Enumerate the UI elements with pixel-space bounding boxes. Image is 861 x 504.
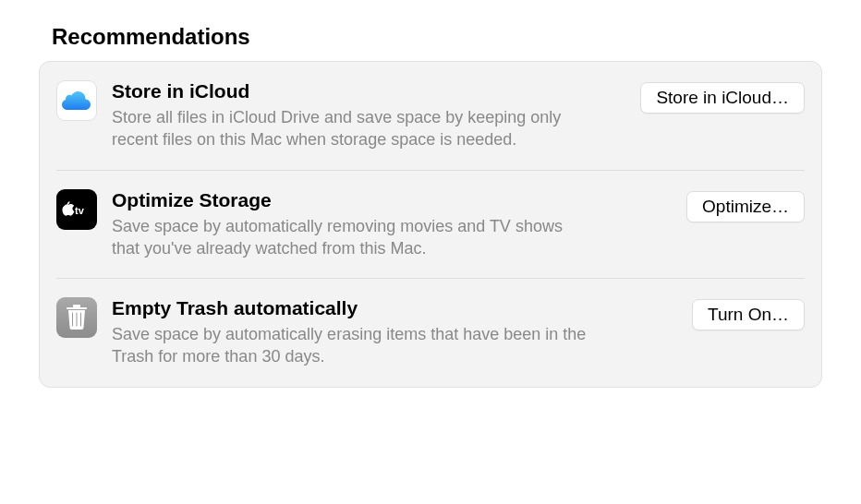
svg-text:tv: tv <box>75 204 85 215</box>
item-title: Store in iCloud <box>112 80 616 102</box>
item-content: Optimize Storage Save space by automatic… <box>112 189 672 260</box>
optimize-button[interactable]: Optimize… <box>686 191 805 222</box>
item-description: Save space by automatically removing mov… <box>112 215 592 260</box>
item-description: Save space by automatically erasing item… <box>112 323 592 368</box>
item-description: Store all files in iCloud Drive and save… <box>112 106 592 151</box>
item-content: Store in iCloud Store all files in iClou… <box>112 80 625 151</box>
item-title: Empty Trash automatically <box>112 297 668 319</box>
item-title: Optimize Storage <box>112 189 662 211</box>
recommendation-empty-trash: Empty Trash automatically Save space by … <box>56 278 805 387</box>
store-in-icloud-button[interactable]: Store in iCloud… <box>640 82 805 114</box>
trash-icon <box>56 297 97 338</box>
appletv-icon: tv <box>56 189 97 230</box>
section-title: Recommendations <box>39 24 822 50</box>
icloud-icon <box>56 80 97 121</box>
recommendation-store-in-icloud: Store in iCloud Store all files in iClou… <box>40 62 821 170</box>
turn-on-button[interactable]: Turn On… <box>692 299 805 330</box>
item-content: Empty Trash automatically Save space by … <box>112 297 677 368</box>
recommendations-panel: Store in iCloud Store all files in iClou… <box>39 61 822 388</box>
recommendation-optimize-storage: tv Optimize Storage Save space by automa… <box>56 170 805 279</box>
